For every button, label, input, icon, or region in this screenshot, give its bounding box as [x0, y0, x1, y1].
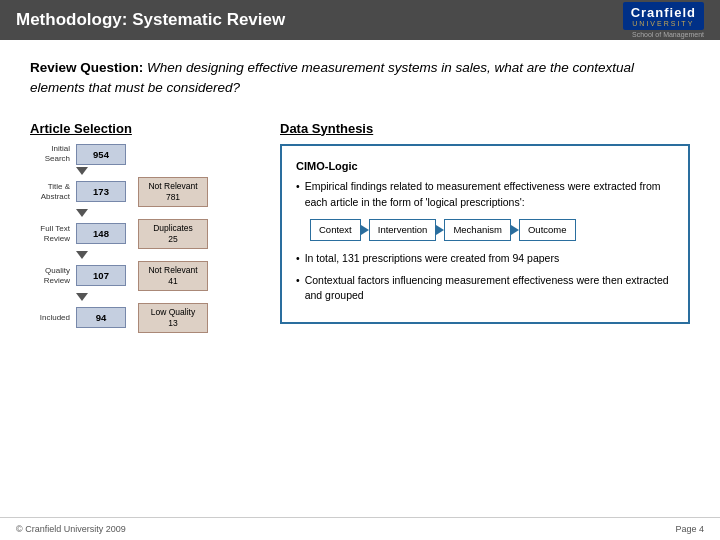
cimo-intervention: Intervention: [369, 219, 437, 241]
stage-title-abstract: Title &Abstract 173 Not Relevant781: [30, 177, 208, 207]
logo-box: Cranfield UNIVERSITY: [623, 2, 704, 30]
cimo-arrow-1: [361, 225, 369, 235]
footer-copyright: © Cranfield University 2009: [16, 524, 126, 534]
article-selection-column: Article Selection InitialSearch 954 Titl…: [30, 121, 260, 333]
arrow-icon-3: [76, 251, 88, 259]
stage-box-initial: 954: [76, 144, 126, 165]
header: Methodology: Systematic Review Cranfield…: [0, 0, 720, 40]
stage-box-quality: 107: [76, 265, 126, 286]
footer-page: Page 4: [675, 524, 704, 534]
stage-label-title: Title &Abstract: [30, 182, 70, 201]
stage-label-quality: QualityReview: [30, 266, 70, 285]
stage-included: Included 94 Low Quality13: [30, 303, 208, 333]
bullet-1-text: Empirical findings related to measuremen…: [305, 179, 674, 211]
arrow-down-2: [30, 208, 88, 218]
reject-box-3: Not Relevant41: [138, 261, 208, 291]
footer: © Cranfield University 2009 Page 4: [0, 517, 720, 540]
columns: Article Selection InitialSearch 954 Titl…: [30, 121, 690, 333]
cimo-context: Context: [310, 219, 361, 241]
logo-cranfield: Cranfield: [631, 5, 696, 20]
arrow-down-1: [30, 166, 88, 176]
stage-quality-review: QualityReview 107 Not Relevant41: [30, 261, 208, 291]
review-question: Review Question: When designing effectiv…: [30, 58, 690, 99]
article-selection-title: Article Selection: [30, 121, 260, 136]
cimo-mechanism: Mechanism: [444, 219, 511, 241]
arrow-icon-4: [76, 293, 88, 301]
cimo-title: CIMO-Logic: [296, 158, 674, 175]
bullet-3-text: Contextual factors influencing measureme…: [305, 273, 674, 305]
review-question-label: Review Question:: [30, 60, 143, 75]
cimo-flow: Context Intervention Mechanism Outcome: [310, 219, 674, 241]
cimo-arrow-3: [511, 225, 519, 235]
reject-box-1: Not Relevant781: [138, 177, 208, 207]
arrow-icon-2: [76, 209, 88, 217]
logo-school: School of Management: [632, 31, 704, 38]
logo-area: Cranfield UNIVERSITY School of Managemen…: [623, 2, 704, 38]
cimo-arrow-2: [436, 225, 444, 235]
data-synthesis-column: Data Synthesis CIMO-Logic Empirical find…: [280, 121, 690, 325]
arrow-down-3: [30, 250, 88, 260]
data-synthesis-title: Data Synthesis: [280, 121, 690, 136]
bullet-1: Empirical findings related to measuremen…: [296, 179, 674, 211]
page-title: Methodology: Systematic Review: [16, 10, 285, 30]
logo-university: UNIVERSITY: [631, 20, 696, 27]
arrow-down-4: [30, 292, 88, 302]
stage-box-title: 173: [76, 181, 126, 202]
bullet-3: Contextual factors influencing measureme…: [296, 273, 674, 305]
stage-initial-search: InitialSearch 954: [30, 144, 126, 165]
synthesis-box: CIMO-Logic Empirical findings related to…: [280, 144, 690, 325]
cimo-outcome: Outcome: [519, 219, 576, 241]
flowchart: InitialSearch 954 Title &Abstract 173 No…: [30, 144, 260, 333]
arrow-icon-1: [76, 167, 88, 175]
reject-box-2: Duplicates25: [138, 219, 208, 249]
stage-label-fulltext: Full TextReview: [30, 224, 70, 243]
stage-box-included: 94: [76, 307, 126, 328]
reject-box-4: Low Quality13: [138, 303, 208, 333]
stage-label-initial: InitialSearch: [30, 144, 70, 163]
stage-full-text: Full TextReview 148 Duplicates25: [30, 219, 208, 249]
main-content: Review Question: When designing effectiv…: [0, 40, 720, 343]
stage-box-fulltext: 148: [76, 223, 126, 244]
stage-label-included: Included: [30, 313, 70, 323]
bullet-2: In total, 131 prescriptions were created…: [296, 251, 674, 267]
bullet-2-text: In total, 131 prescriptions were created…: [305, 251, 559, 267]
